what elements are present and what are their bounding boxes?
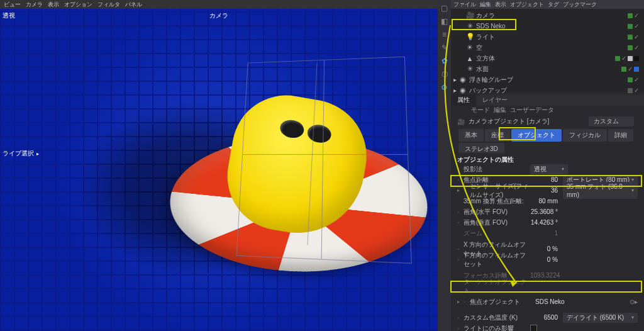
edit-label[interactable]: 編集 xyxy=(494,106,506,116)
out-menu-bookmark[interactable]: ブックマーク xyxy=(563,0,597,9)
camera-object-header: 🎥 カメラオブジェクト [カメラ] カスタム xyxy=(451,116,644,127)
vp-menu-options[interactable]: オプション xyxy=(64,0,92,9)
cube-icon: ▲ xyxy=(466,55,474,62)
camera-header-label: カメラオブジェクト [カメラ] xyxy=(469,117,549,126)
outliner-tree: 🎥カメラ✓ ✳SDS Neko✓ 💡ライト✓ ☀空✓ ▲立方体✓ ✳水面✓ ▸◉… xyxy=(451,9,644,97)
out-menu-edit[interactable]: 編集 xyxy=(480,0,491,9)
tab-basic[interactable]: 基本 xyxy=(458,129,484,142)
prop-zoom: ズーム1 xyxy=(451,228,644,238)
outliner-item-water[interactable]: ✳水面✓ xyxy=(451,64,644,74)
userdata-label[interactable]: ユーザーデータ xyxy=(510,106,554,116)
water-icon: ✳ xyxy=(466,65,474,73)
tab-attributes[interactable]: 属性 xyxy=(451,94,476,106)
chevron-down-icon: ▸ xyxy=(36,151,39,157)
property-list: ◦投影法透視 ◦焦点距離80ポートレート (80 mm) ▸◦センサーサイズ(フ… xyxy=(451,164,644,331)
focal-value-input[interactable]: 80 xyxy=(530,176,563,183)
outliner-panel: ファイル 編集 表示 オブジェクト タグ ブックマーク 🎥カメラ✓ ✳SDS N… xyxy=(451,0,644,92)
viewport-camera-label: カメラ xyxy=(209,11,228,20)
outliner-item-camera[interactable]: 🎥カメラ✓ xyxy=(451,10,644,21)
toolbar-cube-icon[interactable]: ▢ xyxy=(439,3,450,13)
tab-layers[interactable]: レイヤー xyxy=(476,94,514,106)
camera-header-icon: 🎥 xyxy=(457,118,465,125)
toolbar-brush-icon[interactable]: ✎ xyxy=(439,42,450,53)
toolbar-settings-icon[interactable]: ⚙ xyxy=(439,82,450,93)
prop-sensor-size[interactable]: ▸◦センサーサイズ(フィルムサイズ)3635 mm フォト (36.0 mm) xyxy=(451,185,644,196)
tab-coord[interactable]: 座標 xyxy=(485,129,510,142)
prop-target-object: ターゲットオブジェクト xyxy=(451,281,644,291)
prop-projection[interactable]: ◦投影法透視 xyxy=(451,164,644,174)
prop-focus-object[interactable]: ▸◦焦点オブジェクトSDS Neko⊙▸ xyxy=(451,296,644,307)
picker-icon[interactable]: ⊙▸ xyxy=(630,298,638,305)
viewport-3d[interactable]: ビュー カメラ 表示 オプション フィルタ パネル 透視 カメラ ライブ選択▸ xyxy=(0,0,438,331)
out-menu-object[interactable]: オブジェクト xyxy=(510,0,544,9)
null2-icon: ◉ xyxy=(459,86,467,94)
sky-icon: ☀ xyxy=(466,43,474,52)
sds-icon: ✳ xyxy=(466,22,474,30)
prop-light-only[interactable]: ◦ライトにのみ影響 xyxy=(451,323,644,331)
light-icon: 💡 xyxy=(466,33,474,41)
mode-label[interactable]: モード xyxy=(471,106,490,116)
tab-details[interactable]: 詳細 xyxy=(608,129,633,142)
attr-mode-row: モード 編集 ユーザーデータ xyxy=(451,106,644,116)
prop-offset-y[interactable]: ◦Y 方向のフィルムオフセット0 % xyxy=(451,254,644,265)
outliner-item-light[interactable]: 💡ライト✓ xyxy=(451,31,644,42)
vp-menu-camera[interactable]: カメラ xyxy=(26,0,43,9)
properties-mode-toolbar: ▢ ◧ ≡ ✎ ✿ ⬡ ⚙ xyxy=(438,0,451,331)
toolbar-gear-icon[interactable]: ✿ xyxy=(439,55,450,66)
out-menu-file[interactable]: ファイル xyxy=(453,0,476,9)
prop-fov-v[interactable]: ◦画角(垂直 FOV)14.4263 ° xyxy=(451,217,644,228)
tab-object[interactable]: オブジェクト xyxy=(511,129,562,142)
outliner-item-sds-neko[interactable]: ✳SDS Neko✓ xyxy=(451,21,644,31)
vp-menu-panel[interactable]: パネル xyxy=(125,0,142,9)
outliner-menubar: ファイル 編集 表示 オブジェクト タグ ブックマーク xyxy=(451,0,644,9)
viewport-selectmode[interactable]: ライブ選択▸ xyxy=(3,149,39,158)
outliner-item-cube[interactable]: ▲立方体✓ xyxy=(451,53,644,64)
viewport-menubar: ビュー カメラ 表示 オプション フィルタ パネル xyxy=(0,0,438,9)
vp-menu-view[interactable]: ビュー xyxy=(4,0,21,9)
prop-color-temp[interactable]: ◦カスタム色温度 (K)6500デイライト (6500 K) xyxy=(451,312,644,323)
outliner-item-ring-group[interactable]: ▸◉浮き輪グループ✓ xyxy=(451,74,644,85)
viewport-projection-label: 透視 xyxy=(3,11,15,20)
out-menu-display[interactable]: 表示 xyxy=(495,0,506,9)
vp-menu-display[interactable]: 表示 xyxy=(48,0,59,9)
toolbar-layers-icon[interactable]: ≡ xyxy=(439,29,450,40)
out-menu-tags[interactable]: タグ xyxy=(548,0,559,9)
null-icon: ◉ xyxy=(459,76,467,84)
attr-panel-tabs: 属性 レイヤー xyxy=(451,94,644,106)
toolbar-cube2-icon[interactable]: ◧ xyxy=(439,16,450,26)
focus-object-field[interactable]: SDS Neko xyxy=(530,298,630,305)
camera-preset-dropdown[interactable]: カスタム xyxy=(589,116,634,126)
toolbar-shader-icon[interactable]: ⬡ xyxy=(439,69,450,79)
vp-menu-filter[interactable]: フィルタ xyxy=(97,0,120,9)
prop-35mm-equiv: 35mm 換算 焦点距離:80 mm xyxy=(451,196,644,206)
light-only-checkbox[interactable] xyxy=(530,325,537,331)
tab-physical[interactable]: フィジカル xyxy=(563,129,607,142)
camera-icon: 🎥 xyxy=(466,11,474,20)
prop-fov-h[interactable]: ◦画角(水平 FOV)25.3608 ° xyxy=(451,206,644,217)
outliner-item-sky[interactable]: ☀空✓ xyxy=(451,42,644,53)
